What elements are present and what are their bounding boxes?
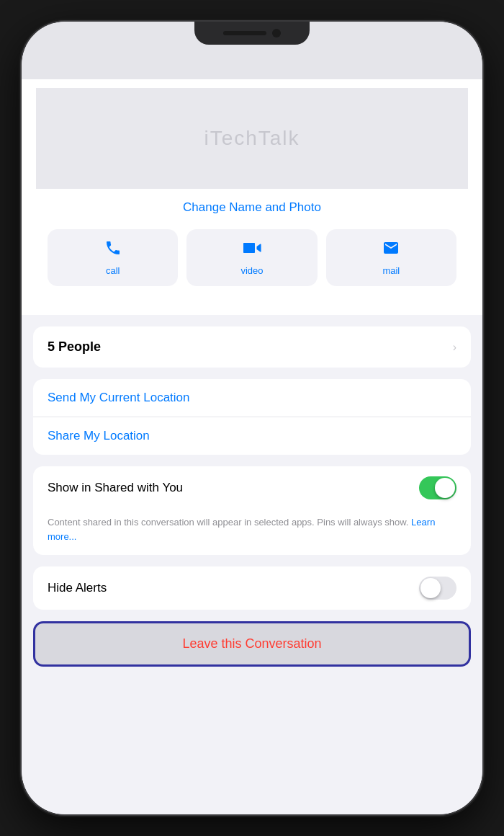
- video-icon: [243, 239, 261, 261]
- hide-alerts-knob: [420, 578, 441, 598]
- leave-conversation-row[interactable]: Leave this Conversation: [35, 623, 469, 664]
- contact-area: iTechTalk: [36, 88, 468, 189]
- leave-conversation-card[interactable]: Leave this Conversation: [33, 621, 471, 667]
- toggle-knob: [435, 478, 455, 498]
- shared-with-you-label: Show in Shared with You: [48, 481, 419, 495]
- call-button[interactable]: call: [48, 229, 178, 286]
- hide-alerts-section: Hide Alerts: [33, 566, 471, 610]
- action-buttons-row: call video: [36, 229, 468, 301]
- sheet-header: Done iTechTalk Change Name and Photo: [22, 79, 482, 315]
- send-location-text: Send My Current Location: [48, 391, 456, 405]
- send-location-row[interactable]: Send My Current Location: [33, 379, 471, 417]
- video-button[interactable]: video: [186, 229, 317, 286]
- notch: [194, 22, 310, 45]
- hide-alerts-label: Hide Alerts: [48, 581, 419, 595]
- shared-with-you-card: Show in Shared with You Content shared i…: [33, 466, 471, 555]
- people-section: 5 People ›: [33, 326, 471, 368]
- speaker: [223, 31, 266, 35]
- leave-conversation-text: Leave this Conversation: [182, 636, 321, 651]
- share-location-row[interactable]: Share My Location: [33, 417, 471, 455]
- hide-alerts-row: Hide Alerts: [33, 566, 471, 610]
- screen: Done iTechTalk Change Name and Photo: [22, 22, 482, 814]
- video-label: video: [240, 265, 263, 276]
- mail-icon: [382, 239, 400, 261]
- mail-label: mail: [382, 265, 400, 276]
- location-section: Send My Current Location Share My Locati…: [33, 379, 471, 455]
- location-card: Send My Current Location Share My Locati…: [33, 379, 471, 455]
- hide-alerts-toggle[interactable]: [419, 577, 456, 600]
- notch-bar: [22, 22, 482, 79]
- call-label: call: [106, 265, 120, 276]
- people-row[interactable]: 5 People ›: [33, 326, 471, 368]
- shared-with-you-row: Show in Shared with You: [33, 466, 471, 510]
- call-icon: [104, 239, 122, 261]
- chevron-right-icon: ›: [453, 341, 456, 354]
- content-area: Done iTechTalk Change Name and Photo: [22, 79, 482, 814]
- shared-with-you-section: Show in Shared with You Content shared i…: [33, 466, 471, 555]
- phone-body: Done iTechTalk Change Name and Photo: [22, 22, 482, 814]
- people-count-text: 5 People: [48, 339, 453, 355]
- watermark-text: iTechTalk: [204, 127, 300, 150]
- change-name-button[interactable]: Change Name and Photo: [36, 189, 468, 229]
- phone-frame: Done iTechTalk Change Name and Photo: [0, 0, 504, 836]
- camera: [272, 29, 281, 37]
- people-card: 5 People ›: [33, 326, 471, 368]
- mail-button[interactable]: mail: [326, 229, 456, 286]
- shared-with-you-helper: Content shared in this conversation will…: [33, 510, 471, 555]
- hide-alerts-card: Hide Alerts: [33, 566, 471, 610]
- share-location-text: Share My Location: [48, 429, 456, 443]
- shared-with-you-toggle[interactable]: [419, 476, 456, 499]
